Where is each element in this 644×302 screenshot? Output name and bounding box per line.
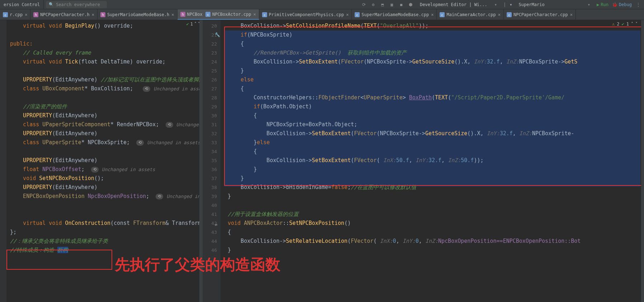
- unreal-icon[interactable]: ⬢: [408, 2, 413, 8]
- cpp-file-icon: c: [355, 12, 360, 17]
- sync-icon[interactable]: ⟳: [361, 2, 367, 8]
- svg-text:c: c: [356, 13, 358, 17]
- debug-button[interactable]: 🐞 Debug: [612, 2, 632, 7]
- vcs-badge: ⟲: [91, 167, 99, 173]
- header-file-icon: h: [100, 12, 105, 17]
- tab-SuperMarioGameModeBase.cpp[interactable]: cSuperMarioGameModeBase.cpp×: [352, 9, 437, 20]
- config-selector-1[interactable]: Development Editor | Wi...▾: [417, 1, 500, 8]
- tab-SuperMarioGameModeBase.h[interactable]: hSuperMarioGameModeBase.h×: [98, 9, 177, 20]
- more-icon[interactable]: ⋮: [635, 2, 641, 8]
- topbar-right: ⟳ ⚙ ⬒ ▣ ◼ ⬢ Development Editor | Wi...▾ …: [361, 1, 644, 8]
- right-code[interactable]: BoxCollision->SetCollisionProfileName(TE…: [224, 20, 644, 255]
- left-code[interactable]: virtual void BeginPlay() override; publi…: [6, 20, 202, 255]
- header-file-icon: h: [180, 12, 185, 17]
- topbar-left: ersion Control 🔍 Search everywhere: [0, 0, 107, 9]
- chevron-down-icon: ▾: [510, 2, 512, 7]
- tab-NPCBoxActor.cpp[interactable]: cNPCBoxActor.cpp×: [203, 9, 259, 20]
- tab-NPCPaperCharacter.h[interactable]: hNPCPaperCharacter.h×: [30, 9, 98, 20]
- svg-text:c: c: [508, 13, 510, 17]
- left-gutter: [0, 20, 6, 302]
- close-icon[interactable]: ×: [92, 12, 94, 17]
- split-view: ✔ 1 ˄ ˅ virtual void BeginPlay() overrid…: [0, 20, 644, 302]
- close-icon[interactable]: ×: [253, 12, 256, 17]
- impl-icon[interactable]: ⇄: [215, 220, 217, 229]
- vcs-badge: ⟲: [166, 122, 173, 128]
- svg-text:h: h: [182, 13, 184, 16]
- close-icon[interactable]: ×: [171, 12, 174, 17]
- vcs-badge: ⟲: [143, 86, 150, 92]
- tabs-right-group: cNPCBoxActor.cpp×cPrimitiveComponentPhys…: [203, 9, 644, 20]
- vcs-badge: ⟲: [136, 140, 144, 146]
- svg-text:c: c: [5, 13, 6, 17]
- svg-text:h: h: [102, 13, 104, 17]
- search-icon: 🔍: [49, 2, 54, 7]
- cpp-file-icon: c: [3, 12, 8, 17]
- svg-text:c: c: [441, 13, 443, 17]
- cpp-file-icon: c: [205, 12, 210, 17]
- stop-icon[interactable]: ◼: [398, 2, 404, 8]
- cpp-file-icon: c: [507, 12, 512, 17]
- left-editor-pane[interactable]: ✔ 1 ˄ ˅ virtual void BeginPlay() overrid…: [0, 20, 203, 302]
- deploy-icon[interactable]: ▣: [389, 2, 395, 8]
- run-button[interactable]: ▶ Run: [597, 2, 609, 7]
- svg-text:c: c: [264, 13, 265, 17]
- close-icon[interactable]: ×: [25, 12, 27, 17]
- right-editor-pane[interactable]: ⚠2 ✔1 ˄ ˅ 🔧 ⇄ 20212223242526272829303132…: [203, 20, 644, 302]
- close-icon[interactable]: ×: [346, 12, 349, 17]
- cpp-file-icon: c: [262, 12, 267, 17]
- close-icon[interactable]: ×: [431, 12, 434, 17]
- svg-text:h: h: [35, 13, 37, 17]
- version-control-button[interactable]: ersion Control: [0, 0, 44, 9]
- right-scrollbar[interactable]: [641, 20, 644, 302]
- build-icon[interactable]: ⬒: [380, 2, 385, 8]
- close-icon[interactable]: ×: [498, 12, 501, 17]
- tab-MainCameraActor.cpp[interactable]: cMainCameraActor.cpp×: [437, 9, 504, 20]
- tabs-left-group: cr.cpp×hNPCPaperCharacter.h×hSuperMarioG…: [0, 9, 203, 20]
- left-scrollbar[interactable]: [199, 20, 202, 302]
- wrench-icon[interactable]: 🔧: [215, 30, 220, 39]
- topbar: ersion Control 🔍 Search everywhere ⟳ ⚙ ⬒…: [0, 0, 644, 9]
- cpp-file-icon: c: [440, 12, 445, 17]
- config-selector-2[interactable]: SuperMario▾: [516, 1, 593, 8]
- right-gutter: 🔧 ⇄ 202122232425262728293031323334353637…: [203, 20, 221, 302]
- tab-PrimitiveComponentPhysics.cpp[interactable]: cPrimitiveComponentPhysics.cpp×: [259, 9, 352, 20]
- tab-r.cpp[interactable]: cr.cpp×: [0, 9, 30, 20]
- search-placeholder: Search everywhere: [56, 2, 100, 7]
- vcs-badge: ⟲: [156, 194, 163, 199]
- editor-tabs: cr.cpp×hNPCPaperCharacter.h×hSuperMarioG…: [0, 9, 644, 20]
- settings-icon[interactable]: ⚙: [370, 2, 376, 8]
- header-file-icon: h: [33, 12, 38, 17]
- chevron-down-icon: ▾: [588, 2, 590, 7]
- chevron-down-icon: ▾: [494, 2, 497, 7]
- close-icon[interactable]: ×: [570, 12, 573, 17]
- search-everywhere-input[interactable]: 🔍 Search everywhere: [46, 1, 107, 8]
- svg-text:c: c: [207, 13, 209, 16]
- tab-NPCPaperCharacter.cpp[interactable]: cNPCPaperCharacter.cpp×: [504, 9, 576, 20]
